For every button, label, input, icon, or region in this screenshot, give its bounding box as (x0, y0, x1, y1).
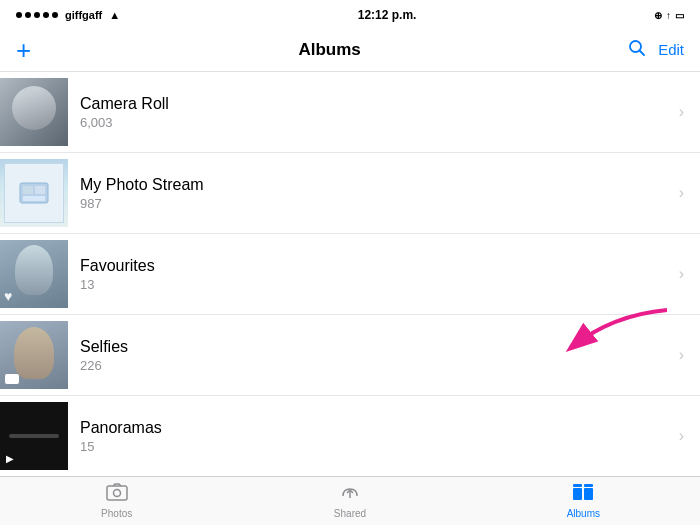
album-info-panoramas: Panoramas 15 (80, 419, 671, 454)
status-left: giffgaff ▲ (16, 9, 120, 21)
svg-rect-3 (23, 186, 33, 194)
album-count: 6,003 (80, 115, 671, 130)
album-item-photo-stream[interactable]: My Photo Stream 987 › (0, 153, 700, 234)
album-item-panoramas[interactable]: Panoramas 15 › (0, 396, 700, 476)
svg-line-1 (640, 51, 645, 56)
tab-bar: Photos Shared Albums (0, 476, 700, 525)
tab-albums[interactable]: Albums (467, 477, 700, 525)
album-thumb-panoramas (0, 402, 68, 470)
album-name: Panoramas (80, 419, 671, 437)
svg-point-7 (113, 490, 120, 497)
carrier-label: giffgaff (65, 9, 102, 21)
tab-photos[interactable]: Photos (0, 477, 233, 525)
album-info-favourites: Favourites 13 (80, 257, 671, 292)
album-item-camera-roll[interactable]: Camera Roll 6,003 › (0, 72, 700, 153)
edit-button[interactable]: Edit (658, 41, 684, 58)
chevron-icon: › (679, 265, 684, 283)
photos-tab-icon (106, 483, 128, 506)
album-list: Camera Roll 6,003 › My Photo Stream 987 … (0, 72, 700, 476)
status-right: ⊕ ↑ ▭ (654, 10, 684, 21)
shared-tab-label: Shared (334, 508, 366, 519)
album-thumb-favourites (0, 240, 68, 308)
album-info-camera-roll: Camera Roll 6,003 (80, 95, 671, 130)
album-name: My Photo Stream (80, 176, 671, 194)
svg-rect-4 (35, 186, 45, 194)
arrow-icon: ↑ (666, 10, 671, 21)
album-item-favourites[interactable]: Favourites 13 › (0, 234, 700, 315)
album-thumb-photo-stream (0, 159, 68, 227)
thumb-inner (4, 163, 64, 223)
svg-rect-5 (23, 196, 45, 201)
status-time: 12:12 p.m. (358, 8, 417, 22)
signal-dot-4 (43, 12, 49, 18)
album-name: Selfies (80, 338, 671, 356)
chevron-icon: › (679, 427, 684, 445)
page-title: Albums (298, 40, 360, 60)
nav-bar: + Albums Edit (0, 28, 700, 72)
album-thumb-camera-roll (0, 78, 68, 146)
album-count: 987 (80, 196, 671, 211)
chevron-icon: › (679, 184, 684, 202)
album-info-selfies: Selfies 226 (80, 338, 671, 373)
search-button[interactable] (628, 39, 646, 60)
chevron-icon: › (679, 103, 684, 121)
album-info-photo-stream: My Photo Stream 987 (80, 176, 671, 211)
svg-rect-11 (573, 484, 582, 487)
svg-rect-12 (584, 484, 593, 487)
album-count: 15 (80, 439, 671, 454)
signal-dot-5 (52, 12, 58, 18)
album-item-selfies[interactable]: Selfies 226 › (0, 315, 700, 396)
album-count: 226 (80, 358, 671, 373)
tab-shared[interactable]: Shared (233, 477, 466, 525)
photos-tab-label: Photos (101, 508, 132, 519)
shared-tab-icon (339, 483, 361, 506)
location-icon: ⊕ (654, 10, 662, 21)
selfie-face (14, 327, 54, 379)
signal-dot-3 (34, 12, 40, 18)
album-count: 13 (80, 277, 671, 292)
nav-actions: Edit (628, 39, 684, 60)
albums-tab-icon (572, 483, 594, 506)
status-bar: giffgaff ▲ 12:12 p.m. ⊕ ↑ ▭ (0, 0, 700, 28)
camera-icon (5, 374, 19, 384)
signal-dot-2 (25, 12, 31, 18)
add-album-button[interactable]: + (16, 37, 31, 63)
album-thumb-selfies (0, 321, 68, 389)
panorama-bar (9, 434, 59, 438)
battery-icon: ▭ (675, 10, 684, 21)
signal-dot-1 (16, 12, 22, 18)
albums-tab-label: Albums (567, 508, 600, 519)
svg-rect-9 (573, 488, 582, 500)
wifi-icon: ▲ (109, 9, 120, 21)
album-name: Favourites (80, 257, 671, 275)
svg-rect-10 (584, 488, 593, 500)
album-name: Camera Roll (80, 95, 671, 113)
svg-rect-6 (107, 486, 127, 500)
chevron-icon: › (679, 346, 684, 364)
